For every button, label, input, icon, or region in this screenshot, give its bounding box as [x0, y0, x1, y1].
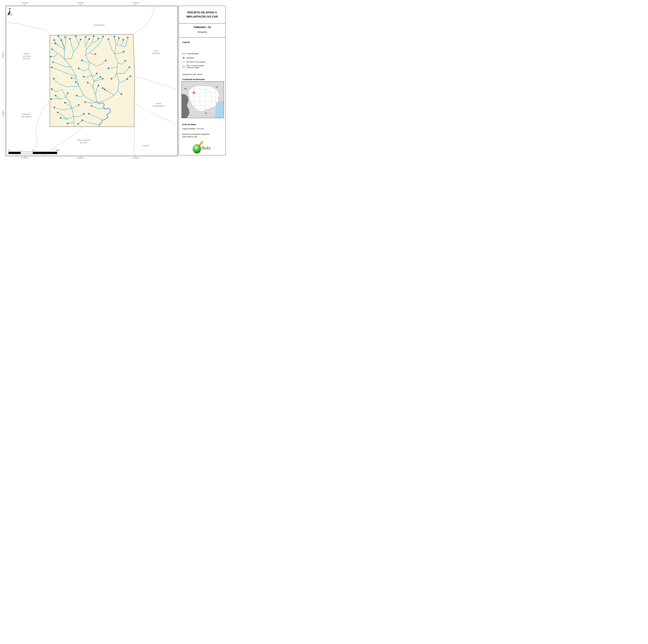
nascente-dot [100, 76, 101, 77]
nascente-dot [75, 81, 76, 83]
grid-tick [24, 4, 25, 6]
longitude-label: 52°25'0"W [132, 2, 139, 4]
grid-tick [4, 55, 6, 55]
nascente-dot [83, 76, 84, 77]
nascente-dot [108, 39, 109, 40]
scalebar-label: 8 km [56, 149, 59, 151]
municipality-name: TAMBOARA - PR [179, 26, 225, 29]
scalebar-label: 2 [20, 149, 21, 151]
nascente-dot [95, 53, 96, 55]
nascente-dot [87, 82, 88, 83]
municipal-boundary-line [42, 127, 83, 156]
nascente-dot [102, 78, 103, 79]
divider [179, 37, 225, 38]
nascente-dot [98, 85, 99, 86]
legend-label-line2: e Massas d'água [186, 66, 204, 68]
nascente-dot [102, 87, 103, 89]
nascente-dot [121, 94, 122, 95]
inset-border-line [193, 82, 195, 87]
nascente-dot [93, 36, 94, 37]
grid-tick [136, 156, 136, 157]
nascente-dot [123, 39, 124, 40]
nascente-dot [52, 61, 54, 63]
nascente-dot [80, 39, 81, 40]
legend-item-massas: Rios (> 10m de largura) e Massas d'água [182, 64, 204, 69]
location-inset-map[interactable]: MSSPSC [181, 81, 224, 118]
legend-item-nascentes: Nascentes [182, 57, 194, 59]
page-title-line2: IMPLANTAÇÃO DO CAR [179, 15, 225, 18]
nascente-dot [69, 38, 70, 39]
legend-label: Nascentes [186, 57, 194, 59]
nascente-dot [78, 68, 79, 69]
water-body-swatch-icon [182, 65, 185, 69]
nascente-dot [89, 113, 90, 114]
neighbor-municipality-label: NOVAESPERANÇA [153, 103, 164, 107]
nascente-dot [123, 51, 124, 52]
nascente-dot [85, 101, 86, 103]
legend-item-rios: Rios (até 10m de largura) [182, 61, 205, 63]
nascente-dot [64, 37, 66, 38]
fbds-logo: fbds [193, 141, 223, 154]
logo-globe-icon [193, 144, 201, 154]
neighbor-municipality-label: NOVAALIANÇADO IVAÍ [22, 53, 31, 60]
nascente-dot [61, 39, 62, 41]
map-canvas[interactable]: N PARANAVAÍNOVAALIANÇADO IVAÍALTOPARANÁN… [6, 6, 178, 156]
location-heading: Localização do Município [182, 78, 205, 81]
nascente-dot [51, 49, 53, 50]
municipal-boundary-line [34, 102, 50, 156]
nascente-dot [127, 37, 128, 38]
longitude-label: 52°35'0"W [21, 2, 28, 4]
source-line: Imagens Rapideye - Ano 2014 [182, 128, 204, 130]
municipal-boundary-line [133, 6, 154, 35]
municipal-boundary-line [134, 127, 134, 156]
nascente-dot [54, 107, 55, 108]
nascente-dot [127, 78, 128, 80]
nascente-dot [102, 36, 104, 37]
nascente-dot [64, 102, 66, 103]
scalebar-label: 4 [32, 149, 33, 151]
nascente-dot [114, 36, 115, 37]
nascente-dot [58, 36, 59, 37]
longitude-label: 52°30'0"W [77, 157, 84, 159]
nascente-dot [125, 60, 126, 61]
longitude-label: 52°35'0"W [21, 157, 28, 159]
total-length: Comprimento total: 196 km [182, 73, 202, 76]
nascente-dot [53, 39, 55, 41]
grid-tick [24, 156, 25, 157]
neighbor-municipality-label: SÃO CARLOSDO IVAÍ [77, 139, 90, 144]
legend-item-limite: Limite Municipal [182, 53, 199, 55]
nascente-dot [83, 113, 85, 114]
grid-tick [136, 4, 136, 6]
nascente-dot [104, 89, 105, 90]
neighbor-municipality-label: PARAÍSODO NORTE [21, 113, 31, 118]
nascente-dot [129, 66, 130, 67]
nascente-dot [98, 38, 99, 39]
municipal-boundary-line [134, 76, 177, 89]
source-line: Datum SIRGAS 2000 [182, 136, 198, 138]
nascente-dot [130, 76, 131, 77]
nascente-dot [108, 68, 109, 69]
nascente-dot [89, 38, 90, 39]
nascente-dot [76, 95, 77, 96]
longitude-label: 52°25'0"W [132, 157, 139, 159]
nascente-dot [105, 60, 106, 61]
nascente-dot [53, 78, 54, 79]
legend-heading: Legenda [182, 41, 190, 43]
nascente-dot [81, 60, 83, 61]
inset-location-marker [193, 92, 195, 94]
map-theme: Hidrografia [179, 31, 225, 33]
neighbor-municipality-label: FLORAÍ [142, 145, 149, 147]
source-line: Sistema de Coordenadas Geográficas [182, 133, 210, 135]
nascente-dot [57, 112, 58, 113]
source-heading: Fonte de Dados [182, 123, 196, 126]
nascente-dot [51, 67, 52, 68]
legend-label: Limite Municipal [186, 53, 199, 55]
legend-label: Rios (até 10m de largura) [186, 61, 205, 63]
main-map[interactable]: N PARANAVAÍNOVAALIANÇADO IVAÍALTOPARANÁN… [6, 6, 177, 156]
north-label: N [9, 8, 10, 10]
inset-parana-state [188, 85, 219, 111]
scalebar-label: 0 [8, 149, 9, 151]
nascente-swatch-icon [182, 57, 185, 59]
nascente-dot [60, 117, 61, 118]
longitude-label: 52°30'0"W [77, 2, 84, 4]
